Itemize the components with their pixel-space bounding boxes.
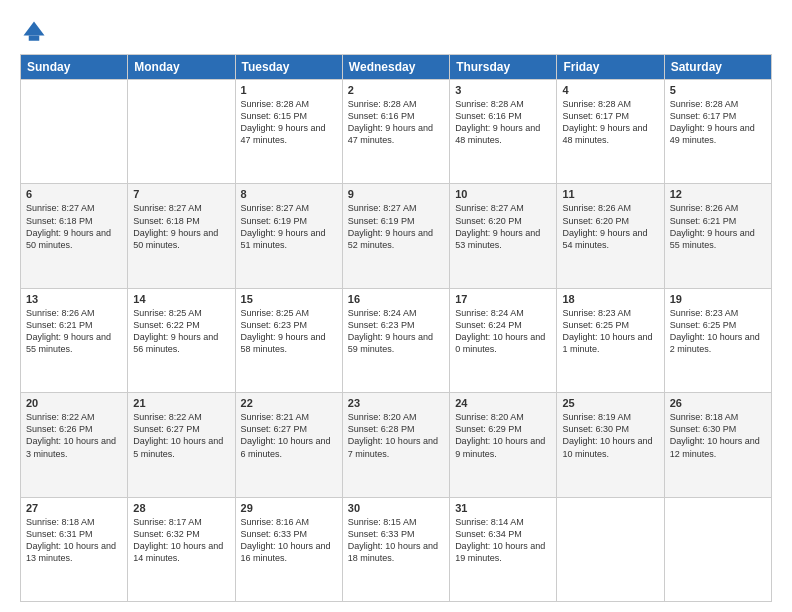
calendar-header-row: SundayMondayTuesdayWednesdayThursdayFrid… [21, 55, 772, 80]
day-info: Sunrise: 8:27 AM Sunset: 6:18 PM Dayligh… [26, 202, 122, 251]
day-number: 18 [562, 293, 658, 305]
day-number: 20 [26, 397, 122, 409]
day-number: 12 [670, 188, 766, 200]
day-number: 8 [241, 188, 337, 200]
calendar-cell: 5Sunrise: 8:28 AM Sunset: 6:17 PM Daylig… [664, 80, 771, 184]
day-info: Sunrise: 8:28 AM Sunset: 6:17 PM Dayligh… [562, 98, 658, 147]
day-number: 21 [133, 397, 229, 409]
day-number: 26 [670, 397, 766, 409]
day-info: Sunrise: 8:27 AM Sunset: 6:19 PM Dayligh… [348, 202, 444, 251]
calendar-cell: 18Sunrise: 8:23 AM Sunset: 6:25 PM Dayli… [557, 288, 664, 392]
calendar-cell: 29Sunrise: 8:16 AM Sunset: 6:33 PM Dayli… [235, 497, 342, 601]
calendar-cell: 11Sunrise: 8:26 AM Sunset: 6:20 PM Dayli… [557, 184, 664, 288]
day-info: Sunrise: 8:18 AM Sunset: 6:30 PM Dayligh… [670, 411, 766, 460]
day-info: Sunrise: 8:26 AM Sunset: 6:20 PM Dayligh… [562, 202, 658, 251]
day-number: 15 [241, 293, 337, 305]
calendar-cell: 1Sunrise: 8:28 AM Sunset: 6:15 PM Daylig… [235, 80, 342, 184]
day-number: 7 [133, 188, 229, 200]
day-info: Sunrise: 8:28 AM Sunset: 6:16 PM Dayligh… [348, 98, 444, 147]
day-number: 19 [670, 293, 766, 305]
day-number: 10 [455, 188, 551, 200]
day-number: 30 [348, 502, 444, 514]
day-number: 22 [241, 397, 337, 409]
calendar-week-2: 6Sunrise: 8:27 AM Sunset: 6:18 PM Daylig… [21, 184, 772, 288]
logo-icon [20, 18, 48, 46]
day-info: Sunrise: 8:19 AM Sunset: 6:30 PM Dayligh… [562, 411, 658, 460]
calendar-cell: 27Sunrise: 8:18 AM Sunset: 6:31 PM Dayli… [21, 497, 128, 601]
day-number: 29 [241, 502, 337, 514]
day-info: Sunrise: 8:28 AM Sunset: 6:16 PM Dayligh… [455, 98, 551, 147]
calendar-cell: 19Sunrise: 8:23 AM Sunset: 6:25 PM Dayli… [664, 288, 771, 392]
day-number: 4 [562, 84, 658, 96]
day-number: 13 [26, 293, 122, 305]
calendar-cell: 17Sunrise: 8:24 AM Sunset: 6:24 PM Dayli… [450, 288, 557, 392]
day-info: Sunrise: 8:28 AM Sunset: 6:17 PM Dayligh… [670, 98, 766, 147]
logo [20, 18, 52, 46]
calendar-cell: 7Sunrise: 8:27 AM Sunset: 6:18 PM Daylig… [128, 184, 235, 288]
day-number: 1 [241, 84, 337, 96]
day-info: Sunrise: 8:22 AM Sunset: 6:27 PM Dayligh… [133, 411, 229, 460]
day-number: 31 [455, 502, 551, 514]
calendar-cell: 10Sunrise: 8:27 AM Sunset: 6:20 PM Dayli… [450, 184, 557, 288]
calendar-cell [128, 80, 235, 184]
day-info: Sunrise: 8:17 AM Sunset: 6:32 PM Dayligh… [133, 516, 229, 565]
day-number: 2 [348, 84, 444, 96]
day-info: Sunrise: 8:27 AM Sunset: 6:19 PM Dayligh… [241, 202, 337, 251]
day-info: Sunrise: 8:24 AM Sunset: 6:23 PM Dayligh… [348, 307, 444, 356]
day-number: 5 [670, 84, 766, 96]
day-number: 3 [455, 84, 551, 96]
day-number: 24 [455, 397, 551, 409]
calendar-cell: 21Sunrise: 8:22 AM Sunset: 6:27 PM Dayli… [128, 393, 235, 497]
calendar-week-1: 1Sunrise: 8:28 AM Sunset: 6:15 PM Daylig… [21, 80, 772, 184]
calendar-cell: 25Sunrise: 8:19 AM Sunset: 6:30 PM Dayli… [557, 393, 664, 497]
calendar-cell: 16Sunrise: 8:24 AM Sunset: 6:23 PM Dayli… [342, 288, 449, 392]
day-info: Sunrise: 8:28 AM Sunset: 6:15 PM Dayligh… [241, 98, 337, 147]
day-info: Sunrise: 8:14 AM Sunset: 6:34 PM Dayligh… [455, 516, 551, 565]
calendar-cell: 6Sunrise: 8:27 AM Sunset: 6:18 PM Daylig… [21, 184, 128, 288]
calendar-cell: 4Sunrise: 8:28 AM Sunset: 6:17 PM Daylig… [557, 80, 664, 184]
calendar-cell [664, 497, 771, 601]
calendar-cell: 13Sunrise: 8:26 AM Sunset: 6:21 PM Dayli… [21, 288, 128, 392]
weekday-header-monday: Monday [128, 55, 235, 80]
day-info: Sunrise: 8:20 AM Sunset: 6:28 PM Dayligh… [348, 411, 444, 460]
page: SundayMondayTuesdayWednesdayThursdayFrid… [0, 0, 792, 612]
calendar-cell: 15Sunrise: 8:25 AM Sunset: 6:23 PM Dayli… [235, 288, 342, 392]
calendar-cell: 3Sunrise: 8:28 AM Sunset: 6:16 PM Daylig… [450, 80, 557, 184]
day-info: Sunrise: 8:18 AM Sunset: 6:31 PM Dayligh… [26, 516, 122, 565]
day-number: 25 [562, 397, 658, 409]
calendar-cell: 2Sunrise: 8:28 AM Sunset: 6:16 PM Daylig… [342, 80, 449, 184]
calendar-week-5: 27Sunrise: 8:18 AM Sunset: 6:31 PM Dayli… [21, 497, 772, 601]
calendar-cell: 26Sunrise: 8:18 AM Sunset: 6:30 PM Dayli… [664, 393, 771, 497]
day-info: Sunrise: 8:25 AM Sunset: 6:23 PM Dayligh… [241, 307, 337, 356]
calendar-cell: 24Sunrise: 8:20 AM Sunset: 6:29 PM Dayli… [450, 393, 557, 497]
calendar-cell [557, 497, 664, 601]
weekday-header-friday: Friday [557, 55, 664, 80]
calendar-cell: 9Sunrise: 8:27 AM Sunset: 6:19 PM Daylig… [342, 184, 449, 288]
svg-marker-0 [24, 22, 45, 36]
calendar-cell: 8Sunrise: 8:27 AM Sunset: 6:19 PM Daylig… [235, 184, 342, 288]
calendar-week-3: 13Sunrise: 8:26 AM Sunset: 6:21 PM Dayli… [21, 288, 772, 392]
weekday-header-wednesday: Wednesday [342, 55, 449, 80]
day-info: Sunrise: 8:25 AM Sunset: 6:22 PM Dayligh… [133, 307, 229, 356]
day-number: 6 [26, 188, 122, 200]
calendar-cell: 14Sunrise: 8:25 AM Sunset: 6:22 PM Dayli… [128, 288, 235, 392]
day-info: Sunrise: 8:24 AM Sunset: 6:24 PM Dayligh… [455, 307, 551, 356]
weekday-header-tuesday: Tuesday [235, 55, 342, 80]
day-info: Sunrise: 8:22 AM Sunset: 6:26 PM Dayligh… [26, 411, 122, 460]
day-info: Sunrise: 8:23 AM Sunset: 6:25 PM Dayligh… [670, 307, 766, 356]
day-number: 28 [133, 502, 229, 514]
calendar-week-4: 20Sunrise: 8:22 AM Sunset: 6:26 PM Dayli… [21, 393, 772, 497]
calendar-cell [21, 80, 128, 184]
day-info: Sunrise: 8:15 AM Sunset: 6:33 PM Dayligh… [348, 516, 444, 565]
day-number: 16 [348, 293, 444, 305]
weekday-header-thursday: Thursday [450, 55, 557, 80]
day-info: Sunrise: 8:27 AM Sunset: 6:18 PM Dayligh… [133, 202, 229, 251]
calendar-cell: 23Sunrise: 8:20 AM Sunset: 6:28 PM Dayli… [342, 393, 449, 497]
header [20, 18, 772, 46]
day-info: Sunrise: 8:26 AM Sunset: 6:21 PM Dayligh… [670, 202, 766, 251]
day-number: 11 [562, 188, 658, 200]
calendar-cell: 20Sunrise: 8:22 AM Sunset: 6:26 PM Dayli… [21, 393, 128, 497]
day-info: Sunrise: 8:27 AM Sunset: 6:20 PM Dayligh… [455, 202, 551, 251]
calendar-table: SundayMondayTuesdayWednesdayThursdayFrid… [20, 54, 772, 602]
day-info: Sunrise: 8:20 AM Sunset: 6:29 PM Dayligh… [455, 411, 551, 460]
